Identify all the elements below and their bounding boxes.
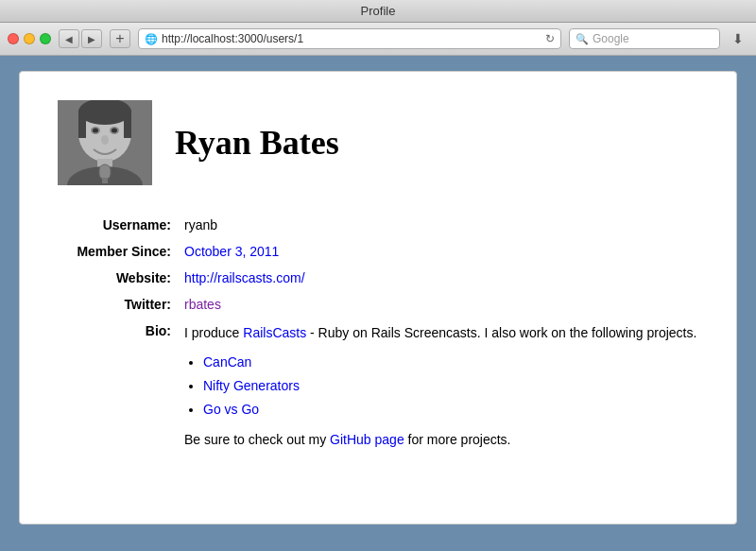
forward-arrow-icon: ▶ <box>88 34 95 44</box>
member-since-label: Member Since: <box>58 238 180 265</box>
twitter-value: rbates <box>180 291 698 318</box>
username-label: Username: <box>58 212 180 238</box>
profile-fields: Username: ryanb Member Since: October 3,… <box>58 212 698 456</box>
svg-point-10 <box>101 135 109 145</box>
page-container: Ryan Bates Username: ryanb Member Since:… <box>19 71 737 525</box>
close-button[interactable] <box>8 33 19 44</box>
forward-button[interactable]: ▶ <box>81 29 102 48</box>
cancan-link[interactable]: CanCan <box>203 354 251 370</box>
svg-rect-5 <box>124 110 131 138</box>
list-item: Go vs Go <box>203 398 698 422</box>
svg-rect-14 <box>102 178 108 183</box>
member-since-row: Member Since: October 3, 2011 <box>58 238 698 265</box>
profile-header: Ryan Bates <box>58 100 698 185</box>
favicon-icon: 🌐 <box>145 33 158 45</box>
url-text: http://localhost:3000/users/1 <box>162 32 541 45</box>
bio-row: Bio: I produce RailsCasts - Ruby on Rail… <box>58 318 698 456</box>
bio-middle: - Ruby on Rails Screencasts. I also work… <box>306 325 696 340</box>
member-since-value: October 3, 2011 <box>180 238 698 265</box>
go-vs-go-link[interactable]: Go vs Go <box>203 402 259 417</box>
bio-footer-before: Be sure to check out my <box>184 432 330 447</box>
refresh-button[interactable]: ↻ <box>545 32 555 45</box>
bio-value: I produce RailsCasts - Ruby on Rails Scr… <box>180 318 698 456</box>
list-item: Nifty Generators <box>203 374 698 398</box>
railscasts-link[interactable]: RailsCasts <box>243 325 306 340</box>
title-bar: Profile <box>0 0 756 23</box>
browser-chrome: ◀ ▶ + 🌐 http://localhost:3000/users/1 ↻ … <box>0 23 756 56</box>
download-button[interactable]: ⬇ <box>728 29 748 48</box>
nav-buttons: ◀ ▶ <box>59 29 102 48</box>
website-value: http://railscasts.com/ <box>180 265 698 291</box>
username-row: Username: ryanb <box>58 212 698 238</box>
svg-point-9 <box>112 129 117 133</box>
twitter-link[interactable]: rbates <box>184 297 221 312</box>
page-title: Profile <box>361 4 396 18</box>
username-value: ryanb <box>180 212 698 238</box>
svg-rect-4 <box>78 110 86 138</box>
list-item: CanCan <box>203 351 698 374</box>
search-placeholder: Google <box>593 32 629 45</box>
bio-label: Bio: <box>58 318 180 456</box>
website-label: Website: <box>58 265 180 291</box>
twitter-row: Twitter: rbates <box>58 291 698 318</box>
github-link[interactable]: GitHub page <box>330 432 404 447</box>
svg-rect-13 <box>99 164 111 180</box>
svg-point-8 <box>93 129 98 133</box>
bio-intro: I produce <box>184 325 243 340</box>
maximize-button[interactable] <box>40 33 51 44</box>
avatar <box>58 100 152 185</box>
bio-footer-after: for more projects. <box>404 432 511 447</box>
website-row: Website: http://railscasts.com/ <box>58 265 698 291</box>
url-bar[interactable]: 🌐 http://localhost:3000/users/1 ↻ <box>138 28 561 49</box>
minimize-button[interactable] <box>24 33 35 44</box>
back-arrow-icon: ◀ <box>65 34 73 44</box>
plus-icon: + <box>115 30 124 47</box>
browser-window: Profile ◀ ▶ + 🌐 http://localhost:3000/us… <box>0 0 756 551</box>
nifty-generators-link[interactable]: Nifty Generators <box>203 378 300 393</box>
bio-projects-list: CanCan Nifty Generators Go vs Go <box>203 351 698 422</box>
back-button[interactable]: ◀ <box>59 29 79 48</box>
search-icon: 🔍 <box>576 33 589 45</box>
website-link[interactable]: http://railscasts.com/ <box>184 270 305 285</box>
download-icon: ⬇ <box>732 31 744 46</box>
profile-name: Ryan Bates <box>175 123 339 163</box>
twitter-label: Twitter: <box>58 291 180 318</box>
avatar-image <box>58 100 152 185</box>
traffic-lights <box>8 33 51 44</box>
new-tab-button[interactable]: + <box>110 29 130 48</box>
search-bar[interactable]: 🔍 Google <box>569 28 720 49</box>
